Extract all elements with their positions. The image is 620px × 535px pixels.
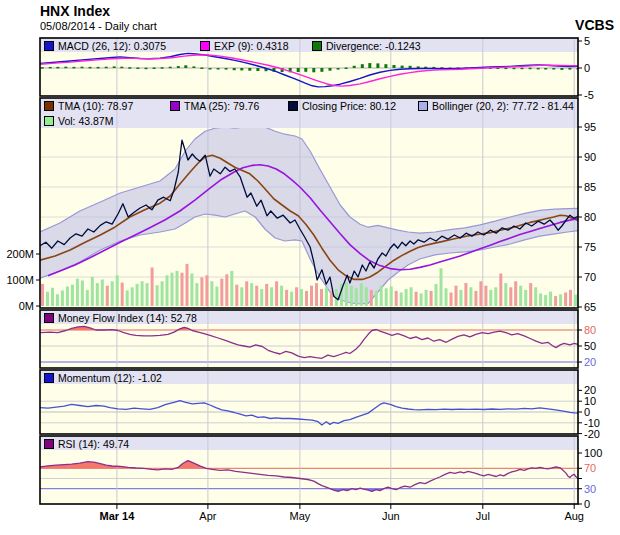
divergence-bar (337, 68, 340, 70)
legend-item-mom: Momentum (12): -1.02 (44, 371, 162, 385)
volume-bar (255, 286, 258, 306)
divergence-bar (113, 66, 116, 68)
volume-bar (285, 290, 288, 306)
y-axis-label: 75 (584, 241, 596, 253)
volume-bar (360, 283, 363, 306)
volume-bar (370, 290, 373, 306)
legend-item-price: TMA (25): 79.76 (170, 99, 259, 113)
divergence-bar (304, 68, 307, 72)
legend-item-price: TMA (10): 78.97 (44, 99, 133, 113)
y-axis-label: 20 (584, 356, 596, 368)
divergence-bar (417, 66, 420, 68)
volume-bar (559, 294, 562, 306)
volume-bar (455, 286, 458, 306)
divergence-bar (384, 64, 387, 68)
divergence-bar (225, 68, 228, 70)
volume-bar (499, 274, 502, 307)
divergence-bar (89, 67, 92, 69)
volume-bar (390, 287, 393, 307)
volume-bar (549, 292, 552, 306)
x-axis-label: Apr (199, 510, 216, 522)
volume-bar (474, 291, 477, 306)
volume-bar (116, 275, 119, 306)
legend-item-macd: Divergence: -0.1243 (312, 39, 421, 53)
volume-bar (574, 295, 577, 306)
volume-bar (131, 287, 134, 306)
volume-bar (136, 284, 139, 306)
volume-bar (240, 287, 243, 306)
volume-bar (405, 289, 408, 306)
divergence-bar (240, 68, 243, 70)
volume-bar (91, 277, 94, 306)
divergence-bar (329, 68, 332, 71)
volume-bar (459, 290, 462, 306)
legend-label: MACD (26, 12): 0.3075 (58, 40, 166, 52)
volume-bar (380, 286, 383, 306)
volume-bar (190, 274, 193, 307)
y-axis-label: 100 (584, 447, 602, 459)
volume-bar (544, 295, 547, 306)
chart-canvas: 50-595908580757065200M100M0M80502020100-… (0, 0, 620, 535)
x-axis-label: Mar 14 (99, 510, 135, 522)
volume-bar (554, 296, 557, 306)
volume-bar (529, 283, 532, 306)
volume-bar (395, 291, 398, 306)
legend-item-macd: MACD (26, 12): 0.3075 (44, 39, 166, 53)
volume-bar (469, 287, 472, 306)
volume-bar (355, 288, 358, 306)
volume-bar (81, 281, 84, 307)
divergence-bar (401, 66, 404, 68)
legend-swatch (44, 373, 54, 383)
divergence-bar (521, 68, 524, 70)
volume-bar (205, 275, 208, 306)
divergence-bar (145, 68, 148, 70)
legend-item-mfi: Money Flow Index (14): 52.78 (44, 311, 197, 325)
divergence-bar (513, 68, 516, 70)
divergence-bar (136, 68, 139, 70)
divergence-bar (177, 66, 180, 68)
left-axis-label: 200M (6, 248, 34, 260)
volume-bar (430, 291, 433, 306)
divergence-bar (376, 63, 379, 68)
volume-bar (51, 288, 54, 306)
divergence-bar (49, 67, 52, 69)
volume-bar (569, 290, 572, 306)
divergence-bar (200, 68, 203, 70)
legend-label: Closing Price: 80.12 (302, 100, 396, 112)
left-axis-label: 100M (6, 274, 34, 286)
divergence-bar (64, 67, 67, 69)
volume-bar (534, 287, 537, 306)
volume-bar (440, 268, 443, 306)
legend-label: RSI (14): 49.74 (58, 438, 129, 450)
volume-bar (425, 290, 428, 306)
divergence-bar (537, 68, 540, 70)
volume-bar (161, 281, 164, 306)
y-axis-label: 85 (584, 181, 596, 193)
volume-bar (435, 284, 438, 306)
divergence-bar (169, 67, 172, 69)
volume-bar (126, 290, 129, 306)
volume-bar (400, 293, 403, 307)
y-axis-label: 30 (584, 483, 596, 495)
volume-bar (66, 287, 69, 307)
divergence-bar (552, 68, 555, 70)
divergence-bar (544, 68, 547, 70)
volume-bar (230, 271, 233, 306)
divergence-bar (233, 68, 236, 70)
volume-bar (415, 292, 418, 306)
volume-bar (464, 283, 467, 306)
volume-bar (121, 283, 124, 306)
divergence-bar (529, 68, 532, 70)
divergence-bar (393, 65, 396, 68)
volume-bar (220, 279, 223, 306)
volume-bar (171, 273, 174, 306)
legend-item-price: Vol: 43.87M (44, 114, 113, 128)
volume-bar (96, 283, 99, 306)
divergence-bar (161, 67, 164, 69)
volume-bar (106, 286, 109, 306)
volume-bar (176, 271, 179, 306)
volume-bar (210, 281, 213, 306)
divergence-bar (320, 68, 323, 72)
volume-bar (524, 290, 527, 306)
divergence-bar (568, 68, 571, 70)
